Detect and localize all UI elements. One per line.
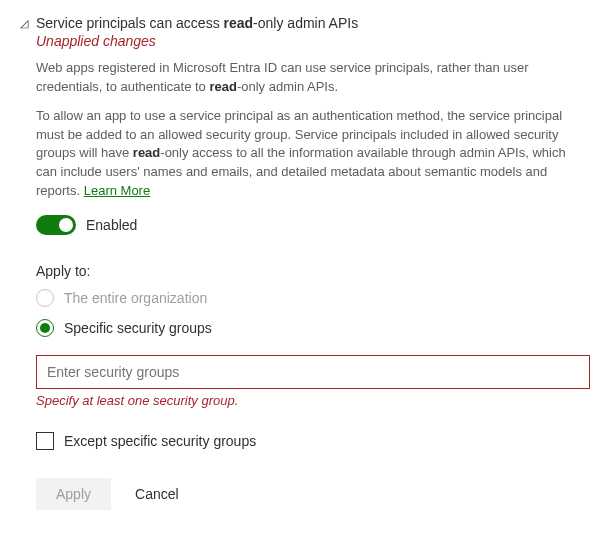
cancel-button[interactable]: Cancel <box>135 486 179 502</box>
radio-entire-org-label: The entire organization <box>64 290 207 306</box>
radio-icon <box>36 289 54 307</box>
setting-description: Web apps registered in Microsoft Entra I… <box>36 59 590 201</box>
radio-entire-org: The entire organization <box>36 289 590 307</box>
apply-to-label: Apply to: <box>36 263 590 279</box>
apply-button[interactable]: Apply <box>36 478 111 510</box>
except-groups-checkbox[interactable] <box>36 432 54 450</box>
except-groups-checkbox-row[interactable]: Except specific security groups <box>36 432 590 450</box>
enabled-toggle[interactable] <box>36 215 76 235</box>
enabled-toggle-label: Enabled <box>86 217 137 233</box>
collapse-icon[interactable]: ◿ <box>20 17 28 30</box>
radio-specific-groups[interactable]: Specific security groups <box>36 319 590 337</box>
validation-message: Specify at least one security group. <box>36 393 590 408</box>
setting-title: Service principals can access read-only … <box>36 15 590 31</box>
except-groups-label: Except specific security groups <box>64 433 256 449</box>
radio-icon[interactable] <box>36 319 54 337</box>
unapplied-changes-label: Unapplied changes <box>36 33 590 49</box>
radio-specific-groups-label: Specific security groups <box>64 320 212 336</box>
learn-more-link[interactable]: Learn More <box>84 183 150 198</box>
security-groups-input[interactable] <box>36 355 590 389</box>
